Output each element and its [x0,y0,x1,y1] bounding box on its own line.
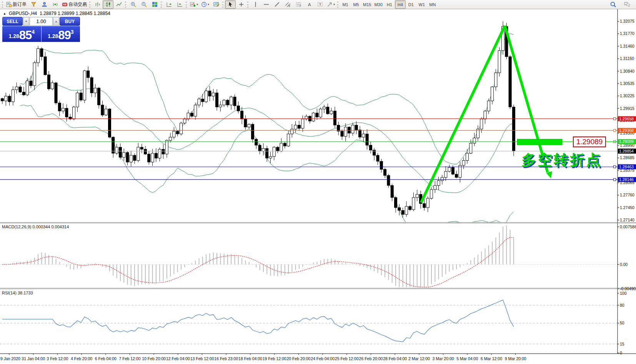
sell-price-prefix: 1.28 [8,33,19,39]
dropdown-caret-icon[interactable]: ▾ [196,3,198,6]
label-button[interactable]: T [315,0,325,9]
volume-increase-button[interactable]: ▴ [53,17,59,26]
svg-text:29 Jan 2020: 29 Jan 2020 [0,356,20,361]
sell-price-pip: 4 [32,29,35,35]
cursor-icon [228,2,233,7]
svg-text:1.30225: 1.30225 [620,93,634,98]
svg-text:0.00: 0.00 [620,262,628,267]
buy-button[interactable]: BUY [60,17,80,26]
sell-price-main: 85 [19,30,32,40]
svg-text:1.30535: 1.30535 [620,81,634,86]
new-order-button[interactable]: 新订单 [5,0,28,9]
svg-text:28 Feb 04:00: 28 Feb 04:00 [383,356,407,361]
svg-text:20 Feb 20:00: 20 Feb 20:00 [286,356,310,361]
toolbar-group [124,0,160,9]
autoscroll-button[interactable] [163,0,174,9]
hline-button[interactable] [261,0,271,9]
autotrade-icon [62,2,68,7]
candles-chart-button[interactable] [103,0,113,9]
timeframe-H4[interactable]: H4 [395,0,406,9]
autotrade-button[interactable]: 自动交易 [60,0,88,9]
button-label: M1 [342,2,348,7]
chat-button[interactable] [621,0,632,9]
svg-text:1.31150: 1.31150 [620,56,634,61]
signal-button[interactable] [50,0,60,9]
volume-input[interactable]: 1.00 [30,17,53,26]
svg-text:5 Mar 04:00: 5 Mar 04:00 [456,356,478,361]
zoom-out-button[interactable] [138,0,149,9]
zoom-in-button[interactable] [128,0,138,9]
template-button[interactable] [211,0,221,9]
crosshair-button[interactable] [236,0,246,9]
label-icon: T [317,2,323,7]
shapes-button[interactable]: ▾ [325,0,336,9]
svg-text:4 Feb 20:00: 4 Feb 20:00 [71,356,92,361]
buy-price-prefix: 1.28 [48,33,58,39]
svg-text:1.31770: 1.31770 [620,31,634,36]
svg-text:1.31460: 1.31460 [620,44,634,48]
button-label: 新订单 [13,1,27,8]
collapse-panel-icon[interactable]: ▲ [3,12,6,15]
shapes-icon [327,2,333,7]
toolbar-right [608,0,636,9]
funnel-button[interactable] [28,0,39,9]
svg-text:7 Feb 12:00: 7 Feb 12:00 [119,356,140,361]
text-button[interactable]: A [304,0,315,9]
add-indicator-icon [190,2,196,7]
trendline-icon [274,2,280,7]
toolbar-group: 新订单自动交易 [1,0,88,9]
volume-decrease-button[interactable]: ▾ [23,17,29,26]
timeframe-M1[interactable]: M1 [340,0,351,9]
toolbar: 新订单自动交易▾▾EFAT▾M1M5M15M30H1H4D1W1MN [0,0,636,9]
search-button[interactable] [608,0,618,9]
bars-chart-icon [95,2,100,7]
svg-text:18 Feb 04:00: 18 Feb 04:00 [238,356,262,361]
channel-button[interactable]: E [282,0,293,9]
trendline-button[interactable] [271,0,282,9]
buy-price[interactable]: 1.28893 [42,26,80,42]
dropdown-caret-icon[interactable]: ▾ [333,3,335,6]
svg-text:0: 0 [620,351,622,355]
svg-text:16 Feb 23:00: 16 Feb 23:00 [214,356,238,361]
line-chart-button[interactable] [113,0,124,9]
fibo-button[interactable]: F [293,0,304,9]
svg-text:25 Feb 12:00: 25 Feb 12:00 [335,356,359,361]
svg-text:1.27450: 1.27450 [620,205,634,210]
timeframe-MN[interactable]: MN [427,0,438,9]
vline-button[interactable] [250,0,261,9]
chart-header: ▲ GBPUSD-,H4 1.28879 1.28899 1.28845 1.2… [3,11,110,16]
price-chart[interactable]: 10080501501.320751.317701.314601.311501.… [0,9,636,364]
timeframe-H1[interactable]: H1 [384,0,395,9]
cursor-button[interactable] [225,0,236,9]
svg-text:6 Mar 12:00: 6 Mar 12:00 [481,356,502,361]
timeframe-D1[interactable]: D1 [406,0,416,9]
chart-shift-button[interactable] [174,0,185,9]
svg-text:1.28685: 1.28685 [620,155,634,160]
profile-button[interactable] [39,0,50,9]
timeframe-M5[interactable]: M5 [351,0,361,9]
tile-windows-button[interactable] [149,0,160,9]
timeframe-W1[interactable]: W1 [416,0,427,9]
svg-text:T: T [319,2,321,7]
chat-icon [624,2,630,7]
sell-button[interactable]: SELL [2,17,23,26]
svg-text:1.30840: 1.30840 [620,69,634,73]
svg-text:9 Mar 20:00: 9 Mar 20:00 [505,356,526,361]
new-order-icon [6,2,12,7]
rsi-label: RSI(14) 38.1733 [2,291,33,295]
search-icon [610,2,616,7]
timeframe-M30[interactable]: M30 [373,0,384,9]
dropdown-caret-icon[interactable]: ▾ [208,3,209,6]
button-label: H1 [387,2,392,7]
svg-text:1.29368: 1.29368 [619,128,634,133]
add-indicator-button[interactable]: ▾ [188,0,200,9]
sell-price[interactable]: 1.28854 [2,26,41,42]
price-target-label[interactable]: 1.29089 [573,136,606,147]
symbol-title: GBPUSD-,H4 [9,11,37,16]
bars-chart-button[interactable] [92,0,103,9]
timeframe-M15[interactable]: M15 [361,0,373,9]
period-clock-button[interactable]: ▾ [200,0,211,9]
caret-up-icon: ▴ [55,20,57,23]
toolbar-group [88,0,124,9]
button-label: H4 [398,2,403,7]
